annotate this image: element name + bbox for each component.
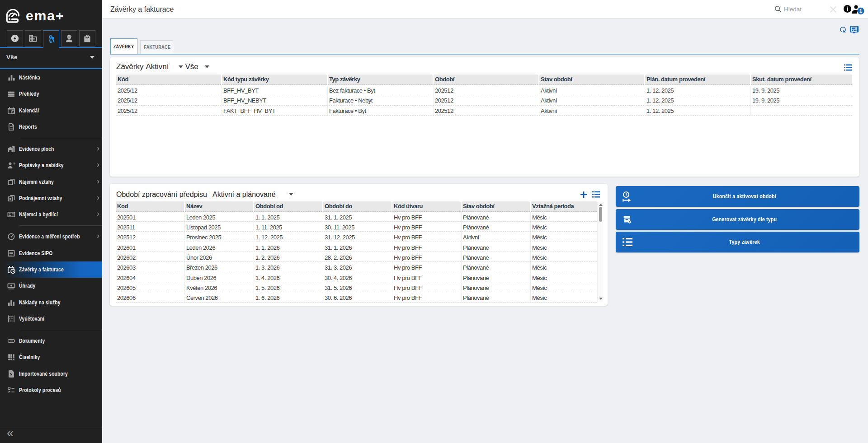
svg-text:?: ? <box>13 162 16 166</box>
svg-text:1: 1 <box>859 8 863 14</box>
